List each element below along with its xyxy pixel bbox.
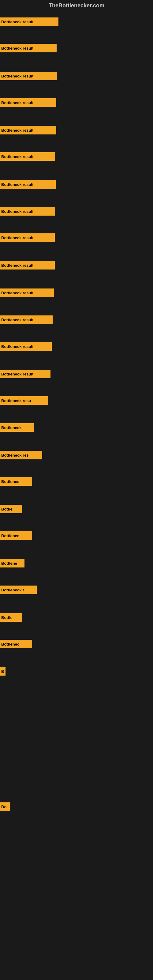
bottleneck-result-label: Bottleneck res	[1, 453, 29, 458]
bottleneck-result-label: Bottleneck result	[1, 263, 33, 268]
bottleneck-result-label: Bottleneck result	[1, 318, 33, 322]
bottleneck-result-bar: Bottleneck r	[0, 585, 37, 594]
bottleneck-result-label: Bottleneck result	[1, 235, 33, 240]
site-title: TheBottlenecker.com	[0, 0, 153, 11]
bottleneck-result-bar: Bottleneck result	[0, 44, 57, 52]
bottleneck-result-label: Bottleneck result	[1, 372, 33, 376]
bottleneck-result-label: Bottle	[1, 615, 13, 620]
bottleneck-result-bar: Bottleneck result	[0, 98, 56, 107]
bottleneck-result-label: Bottleneck result	[1, 100, 33, 105]
bottleneck-result-label: Bottleneck result	[1, 154, 33, 159]
bottleneck-result-bar: Bottleneck	[0, 423, 33, 432]
bottleneck-result-bar: Bottleneck result	[0, 152, 55, 161]
bottleneck-result-bar: Bottlene	[0, 559, 24, 568]
bottleneck-result-label: Bottleneck resu	[1, 398, 31, 403]
bottleneck-result-bar: Bottleneck result	[0, 18, 59, 26]
bottleneck-result-bar: Bottleneck result	[0, 233, 55, 242]
bottleneck-result-bar: Bottle	[0, 613, 22, 622]
bottleneck-result-label: Bottlenec	[1, 533, 19, 538]
bottleneck-result-bar: Bottleneck res	[0, 451, 42, 460]
bottleneck-result-label: Bottlenec	[1, 479, 19, 484]
bottleneck-result-label: Bottle	[1, 507, 13, 511]
bottleneck-result-bar: Bottleneck result	[0, 370, 51, 378]
bottleneck-result-bar: Bottleneck result	[0, 288, 54, 297]
bottleneck-result-label: B	[1, 669, 4, 674]
bottleneck-result-label: Bottleneck	[1, 425, 21, 430]
bottleneck-result-label: Bottleneck result	[1, 209, 33, 214]
bottleneck-result-bar: Bottleneck result	[0, 261, 55, 269]
bottleneck-result-bar: Bo	[0, 802, 10, 811]
bottleneck-result-bar: Bottleneck result	[0, 342, 52, 351]
bottleneck-result-label: Bottlene	[1, 561, 17, 566]
bottleneck-result-label: Bottleneck result	[1, 74, 33, 78]
bottleneck-result-label: Bottleneck result	[1, 344, 33, 349]
bottleneck-result-bar: Bottleneck result	[0, 207, 55, 216]
bottleneck-result-label: Bottleneck result	[1, 20, 33, 24]
bottleneck-result-bar: Bottle	[0, 505, 22, 513]
bottleneck-result-bar: Bottleneck result	[0, 180, 56, 189]
bottleneck-result-bar: Bottlenec	[0, 640, 32, 648]
bottleneck-result-label: Bottleneck result	[1, 128, 33, 133]
bottleneck-result-label: Bottleneck result	[1, 291, 33, 295]
bottleneck-result-bar: Bottlenec	[0, 531, 32, 540]
bottleneck-result-label: Bottleneck result	[1, 182, 33, 187]
bottleneck-result-label: Bottlenec	[1, 642, 19, 646]
bottleneck-result-label: Bottleneck r	[1, 588, 24, 592]
bottleneck-result-bar: Bottleneck result	[0, 72, 57, 80]
bottleneck-result-bar: Bottleneck resu	[0, 396, 48, 405]
bottleneck-result-bar: Bottleneck result	[0, 126, 56, 134]
bottleneck-result-bar: Bottlenec	[0, 477, 32, 486]
bottleneck-result-label: Bo	[1, 805, 6, 809]
bottleneck-result-label: Bottleneck result	[1, 46, 33, 51]
bottleneck-result-bar: Bottleneck result	[0, 315, 53, 324]
bottleneck-result-bar: B	[0, 667, 5, 676]
